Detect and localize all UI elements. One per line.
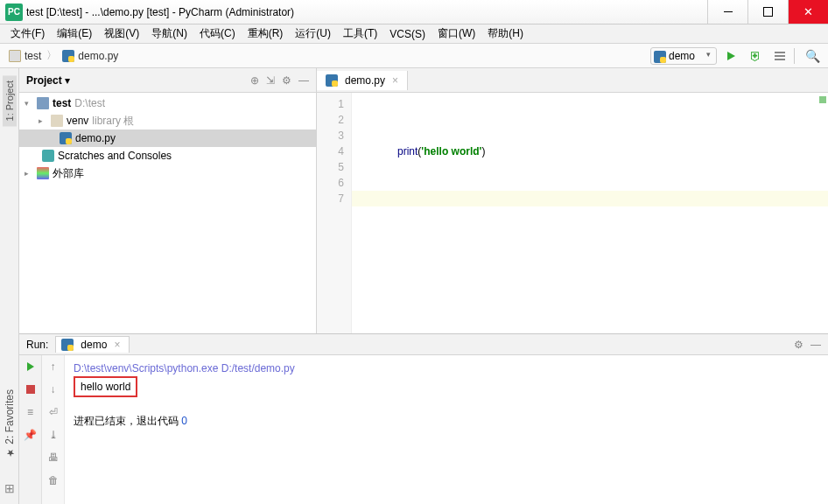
- menu-tools[interactable]: 工具(T): [338, 24, 382, 43]
- search-icon: 🔍: [805, 49, 820, 63]
- window-maximize-button[interactable]: [747, 0, 788, 24]
- collapse-all-icon[interactable]: ⇲: [266, 74, 275, 87]
- tree-venv[interactable]: ▸ venv library 根: [19, 112, 316, 130]
- line-number: 1: [317, 96, 344, 112]
- navigation-bar: test 〉 demo.py demo ⛨ 🔍: [0, 44, 828, 68]
- folder-icon: [9, 50, 21, 62]
- run-settings-icon[interactable]: ⚙: [794, 339, 803, 351]
- code-token: print: [397, 145, 418, 158]
- tree-root-path: D:\test: [74, 97, 105, 109]
- line-number: 2: [317, 112, 344, 128]
- line-number: 3: [317, 128, 344, 144]
- tree-file-label: demo.py: [75, 132, 116, 144]
- run-with-coverage-button[interactable]: [769, 46, 790, 66]
- rerun-button[interactable]: [23, 359, 39, 374]
- run-exit-line: 进程已结束，退出代码 0: [74, 413, 819, 429]
- tree-external-label: 外部库: [53, 166, 84, 181]
- tree-venv-suffix: library 根: [92, 114, 134, 129]
- python-icon: [654, 51, 666, 63]
- scroll-to-end-button[interactable]: ⤓: [46, 427, 61, 443]
- favorites-tool-tab[interactable]: ★ 2: Favorites: [2, 384, 18, 464]
- run-button[interactable]: [720, 46, 741, 66]
- run-header: Run: demo × ⚙ —: [19, 334, 828, 355]
- play-icon: [727, 52, 735, 60]
- external-libs-icon: [37, 167, 49, 179]
- app-icon: PC: [5, 4, 23, 21]
- venv-icon: [51, 115, 63, 127]
- menu-file[interactable]: 文件(F): [5, 24, 50, 43]
- python-file-icon: [60, 132, 72, 144]
- project-view-selector[interactable]: Project ▾: [26, 74, 70, 87]
- run-console[interactable]: D:\test\venv\Scripts\python.exe D:/test/…: [65, 355, 828, 504]
- menu-view[interactable]: 视图(V): [99, 24, 144, 43]
- run-command-line: D:\test\venv\Scripts\python.exe D:/test/…: [74, 360, 819, 376]
- run-output-line: hello world: [81, 381, 130, 393]
- menu-refactor[interactable]: 重构(R): [242, 24, 289, 43]
- left-bottom-tool-tabs: ★ 2: Favorites ⊞: [0, 364, 19, 504]
- line-number: 4: [317, 144, 344, 159]
- window-minimize-button[interactable]: [707, 0, 747, 24]
- python-icon: [61, 339, 74, 351]
- close-run-tab-icon[interactable]: ×: [114, 339, 120, 351]
- close-tab-icon[interactable]: ×: [392, 74, 398, 87]
- menu-help[interactable]: 帮助(H): [482, 24, 529, 43]
- settings-gear-icon[interactable]: ⚙: [282, 74, 291, 87]
- pin-tab-button[interactable]: 📌: [23, 427, 39, 443]
- stop-button[interactable]: [23, 382, 39, 397]
- editor-area: demo.py × 1 2 3 4 5 6 7: [317, 68, 828, 333]
- menu-edit[interactable]: 编辑(E): [52, 24, 97, 43]
- print-button[interactable]: 🖶: [46, 450, 61, 466]
- tree-root[interactable]: ▾ test D:\test: [19, 94, 316, 112]
- line-number: 7: [317, 191, 344, 206]
- run-header-label: Run:: [26, 339, 48, 351]
- editor-body[interactable]: 1 2 3 4 5 6 7 print('hello world'): [317, 93, 828, 333]
- run-tab[interactable]: demo ×: [55, 336, 130, 353]
- menu-vcs[interactable]: VCS(S): [384, 26, 431, 42]
- stop-icon: [26, 385, 35, 394]
- tree-root-label: test: [53, 97, 71, 109]
- tree-file-demo[interactable]: demo.py: [19, 130, 316, 147]
- breadcrumb-project-label: test: [25, 50, 41, 62]
- menu-code[interactable]: 代码(C): [194, 24, 241, 43]
- soft-wrap-button[interactable]: ⏎: [46, 404, 61, 420]
- tree-external-libs[interactable]: ▸ 外部库: [19, 164, 316, 182]
- structure-tool-tab[interactable]: ⊞: [4, 481, 15, 495]
- run-config-label: demo: [669, 50, 695, 62]
- debug-button[interactable]: ⛨: [745, 46, 766, 66]
- restore-layout-button[interactable]: ≡: [23, 404, 39, 420]
- run-config-selector[interactable]: demo: [650, 47, 717, 65]
- menu-window[interactable]: 窗口(W): [432, 24, 481, 43]
- breadcrumb-project[interactable]: test: [5, 48, 45, 64]
- scratches-icon: [42, 150, 54, 162]
- project-tool-tab[interactable]: 1: Project: [3, 75, 17, 126]
- line-number: 6: [317, 175, 344, 191]
- menu-navigate[interactable]: 导航(N): [146, 24, 193, 43]
- tree-scratches[interactable]: Scratches and Consoles: [19, 147, 316, 164]
- menu-bar: 文件(F) 编辑(E) 视图(V) 导航(N) 代码(C) 重构(R) 运行(U…: [0, 24, 828, 44]
- run-toolbar-left: ≡ 📌: [19, 355, 42, 504]
- up-stack-button[interactable]: ↑: [46, 359, 61, 374]
- window-close-button[interactable]: [788, 0, 828, 24]
- stack-icon: [775, 55, 785, 57]
- python-file-icon: [326, 74, 338, 87]
- breadcrumb-separator: 〉: [46, 48, 57, 63]
- project-tree[interactable]: ▾ test D:\test ▸ venv library 根 demo.py: [19, 93, 316, 333]
- down-stack-button[interactable]: ↓: [46, 382, 61, 397]
- editor-gutter: 1 2 3 4 5 6 7: [317, 93, 352, 333]
- run-tab-label: demo: [81, 339, 107, 351]
- analysis-ok-icon: [819, 96, 826, 103]
- editor-tab-demo[interactable]: demo.py ×: [317, 71, 408, 90]
- search-everywhere-button[interactable]: 🔍: [802, 46, 823, 66]
- tree-venv-label: venv: [67, 115, 88, 127]
- clear-all-button[interactable]: 🗑: [46, 472, 61, 488]
- code-token: ): [481, 145, 485, 158]
- menu-run[interactable]: 运行(U): [290, 24, 336, 43]
- breadcrumb-file[interactable]: demo.py: [59, 48, 122, 64]
- hide-panel-icon[interactable]: —: [298, 74, 309, 87]
- editor-code[interactable]: print('hello world'): [352, 93, 828, 333]
- window-title: test [D:\test] - ...\demo.py [test] - Py…: [26, 6, 707, 18]
- tree-scratches-label: Scratches and Consoles: [58, 150, 172, 162]
- editor-tab-label: demo.py: [345, 74, 385, 87]
- hide-run-panel-icon[interactable]: —: [810, 339, 821, 351]
- locate-icon[interactable]: ⊕: [250, 74, 259, 87]
